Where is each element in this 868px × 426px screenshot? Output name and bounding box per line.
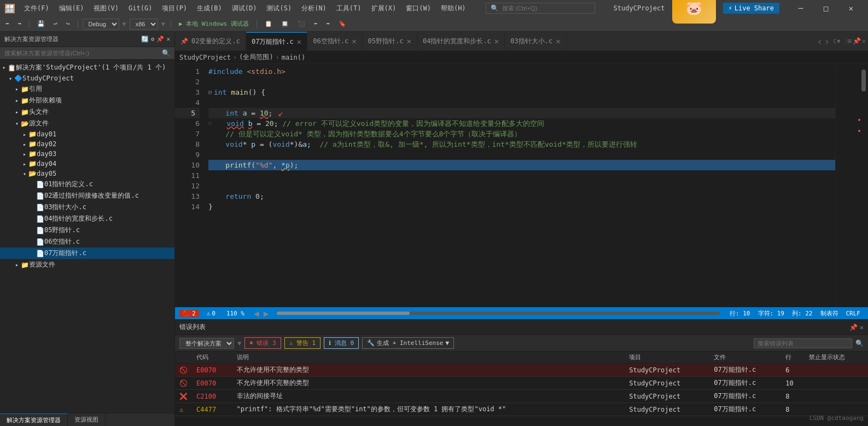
col-line[interactable]: 行: [781, 352, 805, 364]
error-row-1[interactable]: 🚫 E0070 不允许使用不完整的类型 StudyCProject 07万能指针…: [175, 377, 868, 390]
menu-extensions[interactable]: 扩展(X): [367, 3, 401, 14]
col-description[interactable]: 说明: [232, 352, 625, 364]
scrollbar-thumb[interactable]: [861, 70, 866, 91]
status-line-ending[interactable]: CRLF: [843, 309, 864, 318]
menu-test[interactable]: 测试(S): [262, 3, 296, 14]
tree-file-04[interactable]: 📄 04指针的宽度和步长.c: [0, 213, 174, 224]
status-line[interactable]: 行: 10: [726, 309, 754, 318]
tab-scroll-left[interactable]: ‹: [817, 36, 823, 47]
tab-07pointer-close[interactable]: ✕: [297, 37, 301, 46]
col-suppress[interactable]: 禁止显示状态: [805, 352, 868, 364]
panel-close-icon[interactable]: ✕: [862, 37, 866, 45]
toolbar-nav-back[interactable]: ⬅: [311, 19, 321, 28]
tab-04width-close[interactable]: ✕: [494, 37, 499, 45]
status-warnings[interactable]: ⚠ 0: [203, 310, 219, 317]
sidebar-tab-resource[interactable]: 资源视图: [68, 413, 106, 426]
debug-config-dropdown[interactable]: Debug: [83, 19, 119, 30]
col-file[interactable]: 文件: [709, 352, 781, 364]
status-errors[interactable]: 🚫 2: [179, 310, 199, 317]
menu-file[interactable]: 文件(F): [20, 3, 54, 14]
sidebar-tab-solution[interactable]: 解决方案资源管理器: [0, 413, 68, 426]
scroll-indicator[interactable]: [277, 312, 720, 315]
toolbar-nav-forward[interactable]: ➡: [323, 19, 333, 28]
status-tab-type[interactable]: 制表符: [817, 309, 842, 318]
sidebar-close-icon[interactable]: ✕: [166, 36, 170, 43]
status-char[interactable]: 字符: 19: [755, 309, 788, 318]
live-share-button[interactable]: ⚡ Live Share: [723, 3, 779, 14]
tab-07pointer[interactable]: 07万能指针.c ✕: [246, 32, 307, 51]
tab-06null-close[interactable]: ✕: [352, 37, 356, 45]
sidebar-pin-icon[interactable]: 📌: [156, 36, 164, 43]
col-code[interactable]: 代码: [192, 352, 232, 364]
menu-git[interactable]: Git(G): [124, 3, 156, 13]
toolbar-icon-3[interactable]: ⬛: [294, 19, 308, 28]
breadcrumb-project[interactable]: StudyCProject: [179, 54, 231, 61]
tree-file-01[interactable]: 📄 01指针的定义.c: [0, 179, 174, 190]
close-button[interactable]: ✕: [838, 0, 864, 16]
tab-03size[interactable]: 03指针大小.c ✕: [505, 32, 566, 51]
tree-external-deps[interactable]: ▸ 📁 外部依赖项: [0, 95, 174, 106]
tree-file-03[interactable]: 📄 03指针大小.c: [0, 202, 174, 213]
menu-window[interactable]: 窗口(W): [401, 3, 435, 14]
fold-btn-6[interactable]: ⊟: [208, 118, 212, 129]
platform-dropdown[interactable]: x86: [130, 19, 158, 30]
status-col[interactable]: 列: 22: [789, 309, 816, 318]
tree-file-05[interactable]: 📄 05野指针.c: [0, 224, 174, 236]
status-nav-forward[interactable]: ▶: [262, 308, 271, 319]
tab-05wild[interactable]: 05野指针.c ✕: [363, 32, 417, 51]
minimize-button[interactable]: ─: [788, 0, 813, 16]
menu-project[interactable]: 项目(P): [158, 3, 191, 14]
breadcrumb-scope[interactable]: (全局范围): [239, 53, 273, 62]
tree-project[interactable]: ▾ 🔷 StudyCProject: [0, 73, 174, 83]
tab-scroll-right[interactable]: ›: [824, 36, 830, 47]
code-content[interactable]: #include <stdio.h> ⊟ int main() { i: [204, 64, 835, 307]
toolbar-icon-2[interactable]: 🔲: [278, 19, 292, 28]
tab-06null[interactable]: 06空指针.c ✕: [307, 32, 362, 51]
menu-help[interactable]: 帮助(H): [436, 3, 470, 14]
build-filter-btn[interactable]: 🔧 生成 + IntelliSense ▼: [362, 337, 454, 349]
error-btn[interactable]: ✖ 错误 3: [244, 337, 281, 349]
toolbar-save-all[interactable]: 💾: [34, 19, 48, 28]
error-search-input[interactable]: [754, 338, 852, 348]
tree-resources[interactable]: ▸ 📁 资源文件: [0, 259, 174, 270]
run-button[interactable]: ▶ 本地 Windows 调试器: [176, 19, 252, 29]
tab-add-button[interactable]: C▼: [831, 38, 842, 45]
warning-btn[interactable]: ⚠ 警告 1: [284, 337, 321, 349]
maximize-button[interactable]: □: [813, 0, 838, 16]
menu-edit[interactable]: 编辑(E): [55, 3, 89, 14]
tab-03size-close[interactable]: ✕: [556, 37, 560, 45]
tree-source[interactable]: ▾ 📂 源文件: [0, 118, 174, 129]
toolbar-bookmark[interactable]: 🔖: [335, 19, 349, 28]
fold-btn-3[interactable]: ⊟: [208, 87, 212, 97]
error-panel-pin[interactable]: 📌: [849, 324, 858, 331]
toolbar-undo[interactable]: ↩: [50, 19, 61, 28]
tab-02variables[interactable]: 📌 02变量的定义.c: [175, 32, 246, 51]
tree-file-02[interactable]: 📄 02通过指针间接修改变量的值.c: [0, 190, 174, 202]
toolbar-icon-1[interactable]: 📋: [261, 19, 276, 28]
menu-analyze[interactable]: 分析(N): [297, 3, 331, 14]
menu-build[interactable]: 生成(B): [193, 3, 226, 14]
menu-view[interactable]: 视图(V): [89, 3, 123, 14]
error-panel-close[interactable]: ✕: [860, 324, 864, 331]
tree-solution[interactable]: ▾ 📋 解决方案'StudyCProject'(1 个项目/共 1 个): [0, 62, 174, 73]
error-scope-dropdown[interactable]: 整个解决方案: [179, 338, 234, 349]
tab-04width[interactable]: 04指针的宽度和步长.c ✕: [417, 32, 505, 51]
tree-day05[interactable]: ▾ 📂 day05: [0, 169, 174, 179]
menu-debug[interactable]: 调试(D): [228, 3, 261, 14]
col-project[interactable]: 项目: [625, 352, 709, 364]
sidebar-settings-icon[interactable]: ⚙: [151, 36, 155, 43]
sidebar-sync-icon[interactable]: 🔄: [141, 36, 149, 43]
tree-file-06[interactable]: 📄 06空指针.c: [0, 236, 174, 247]
info-btn[interactable]: ℹ 消息 0: [324, 337, 359, 349]
sidebar-search-input[interactable]: [4, 50, 160, 56]
panel-split-icon[interactable]: ⊞: [848, 37, 852, 45]
tree-day04[interactable]: ▸ 📁 day04: [0, 159, 174, 169]
error-row-3[interactable]: ⚠ C4477 "printf": 格式字符串"%d"需要类型"int"的参数，…: [175, 403, 868, 416]
tree-day03[interactable]: ▸ 📁 day03: [0, 149, 174, 159]
error-row-2[interactable]: ❌ C2100 非法的间接寻址 StudyCProject 07万能指针.c 8: [175, 390, 868, 403]
tree-file-07[interactable]: 📄 07万能指针.c: [0, 247, 174, 259]
tree-day02[interactable]: ▸ 📁 day02: [0, 139, 174, 149]
breadcrumb-function[interactable]: main(): [282, 54, 305, 61]
status-zoom[interactable]: 110 %: [223, 310, 248, 317]
global-search-input[interactable]: [502, 5, 579, 11]
